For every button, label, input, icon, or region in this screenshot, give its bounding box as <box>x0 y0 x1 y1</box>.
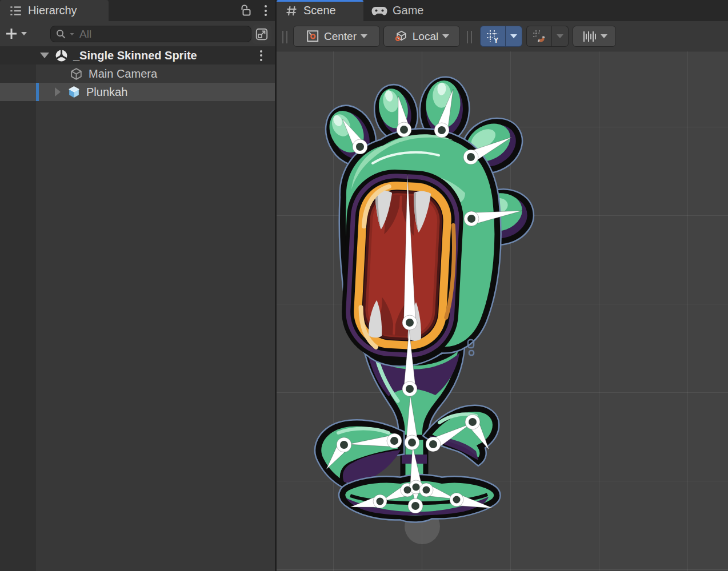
tab-hierarchy[interactable]: Hierarchy <box>0 0 109 21</box>
grid-magnet-icon <box>531 29 547 45</box>
item-label: Main Camera <box>89 67 157 81</box>
right-leaf <box>428 409 495 461</box>
gamepad-icon <box>371 5 387 17</box>
grid-visibility-dropdown[interactable] <box>505 26 522 47</box>
grid-y-icon: Y <box>485 29 501 45</box>
ruler-dropdown-caret-icon <box>601 34 607 38</box>
game-tab-label: Game <box>393 4 423 17</box>
pivot-mode-dropdown[interactable]: Center <box>293 26 380 47</box>
pivot-rect-icon <box>306 29 320 43</box>
search-filter-caret-icon <box>70 33 74 35</box>
unity-scene-icon <box>54 49 69 63</box>
cube-axis-icon <box>394 29 409 43</box>
plunkah-sprite[interactable] <box>277 51 728 571</box>
search-placeholder: All <box>79 28 91 41</box>
hierarchy-tree: _Single Skinned Sprite Main Camera <box>0 46 275 571</box>
scene-viewport[interactable] <box>277 51 728 571</box>
snap-ruler-icon <box>582 29 597 44</box>
item-label: Plunkah <box>86 86 127 99</box>
unity-editor-window: Hierarchy <box>0 0 728 571</box>
gameobject-cube-icon <box>69 67 83 81</box>
orientation-mode-label: Local <box>413 30 438 43</box>
item-kebab-icon[interactable] <box>258 48 265 63</box>
hierarchy-item-single-skinned-sprite[interactable]: _Single Skinned Sprite <box>0 46 275 65</box>
hierarchy-panel: Hierarchy <box>0 0 275 571</box>
hierarchy-toolbar: All <box>0 21 275 46</box>
tab-game[interactable]: Game <box>363 0 434 21</box>
hierarchy-menu-kebab-icon[interactable] <box>262 3 269 18</box>
plus-icon <box>5 27 18 41</box>
toolbar-drag-handle-icon[interactable] <box>282 31 287 43</box>
unlocked-padlock-icon[interactable] <box>238 3 253 18</box>
scene-tab-strip: Scene Game <box>277 0 728 21</box>
mouth <box>339 167 466 364</box>
hierarchy-item-plunkah[interactable]: Plunkah <box>0 83 275 101</box>
item-label: _Single Skinned Sprite <box>73 49 197 62</box>
snap-dropdown-caret-icon <box>557 34 563 38</box>
grid-dropdown-caret-icon <box>510 34 517 38</box>
create-dropdown-caret-icon <box>21 32 27 35</box>
open-new-window-button[interactable] <box>252 25 271 44</box>
search-icon <box>55 29 67 40</box>
toolbar-drag-handle-icon[interactable] <box>467 31 472 43</box>
head <box>339 132 497 364</box>
orientation-mode-dropdown[interactable]: Local <box>383 26 460 47</box>
plunkah-artwork <box>318 79 534 518</box>
foldout-collapsed-icon[interactable] <box>55 87 61 96</box>
snap-increment-dropdown[interactable] <box>573 26 616 47</box>
hierarchy-list-icon <box>8 3 23 18</box>
active-tab-highlight <box>277 0 363 2</box>
create-object-button[interactable] <box>5 25 34 42</box>
selection-accent-bar <box>36 83 39 101</box>
left-leaf <box>318 424 401 484</box>
open-window-icon <box>254 27 269 42</box>
orientation-dropdown-caret-icon <box>442 34 449 38</box>
pivot-dropdown-caret-icon <box>361 34 367 38</box>
hierarchy-item-main-camera[interactable]: Main Camera <box>0 65 275 83</box>
pivot-mode-label: Center <box>324 30 357 43</box>
foldout-expanded-icon[interactable] <box>40 53 49 58</box>
grid-hash-icon <box>285 4 298 18</box>
grid-visibility-toggle[interactable]: Y <box>480 26 505 47</box>
grid-axis-label: Y <box>494 36 498 44</box>
hierarchy-tab-strip: Hierarchy <box>0 0 275 21</box>
tab-scene[interactable]: Scene <box>277 0 363 21</box>
grid-snap-toggle[interactable] <box>526 26 551 47</box>
scene-tab-label: Scene <box>303 4 336 17</box>
grid-snap-dropdown[interactable] <box>551 26 569 47</box>
search-input[interactable]: All <box>50 26 251 42</box>
scene-toolbar: Center Local Y <box>277 21 728 51</box>
scene-panel: Scene Game Center <box>275 0 728 571</box>
prefab-cube-icon <box>67 85 81 99</box>
hierarchy-tab-label: Hierarchy <box>28 4 77 17</box>
tree-gutter <box>0 46 36 571</box>
